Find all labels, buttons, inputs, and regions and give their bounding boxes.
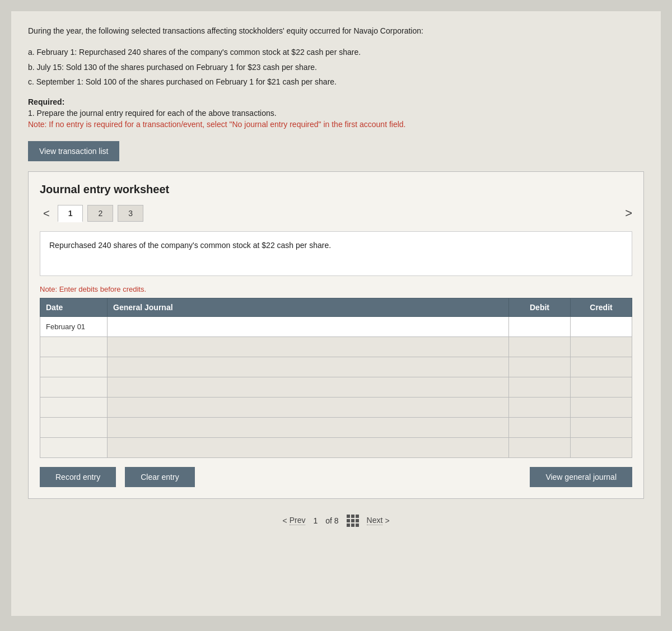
prev-label: Prev: [290, 516, 306, 525]
clear-entry-button[interactable]: Clear entry: [125, 467, 194, 487]
transactions-list: a. February 1: Repurchased 240 shares of…: [28, 46, 644, 88]
tab-2[interactable]: 2: [87, 205, 113, 222]
required-section: Required: 1. Prepare the journal entry r…: [28, 97, 644, 129]
action-row: Record entry Clear entry View general jo…: [40, 467, 632, 487]
worksheet-container: Journal entry worksheet < 1 2 3 > Repurc…: [28, 171, 644, 499]
debit-cell-6[interactable]: [509, 417, 571, 437]
table-row: [40, 397, 632, 417]
table-row: [40, 417, 632, 437]
date-cell-6: [40, 417, 108, 437]
journal-cell-6[interactable]: [108, 417, 509, 437]
date-cell-4: [40, 377, 108, 397]
chevron-right-icon: >: [385, 516, 389, 525]
journal-cell-5[interactable]: [108, 397, 509, 417]
intro-section: During the year, the following selected …: [28, 25, 644, 37]
tabs-row: < 1 2 3 >: [40, 205, 632, 222]
view-transaction-list-button[interactable]: View transaction list: [28, 141, 119, 161]
table-row: [40, 437, 632, 457]
debit-cell-4[interactable]: [509, 377, 571, 397]
credit-cell-5[interactable]: [571, 397, 632, 417]
col-debit: Debit: [509, 298, 571, 316]
journal-cell-3[interactable]: [108, 357, 509, 377]
debit-cell-7[interactable]: [509, 437, 571, 457]
col-date: Date: [40, 298, 108, 316]
table-row: [40, 336, 632, 357]
table-row: [40, 357, 632, 377]
col-credit: Credit: [571, 298, 632, 316]
view-general-journal-button[interactable]: View general journal: [530, 467, 632, 487]
next-label: Next: [367, 516, 383, 525]
journal-cell-1[interactable]: [108, 316, 509, 336]
tab-1[interactable]: 1: [58, 205, 83, 222]
credit-cell-7[interactable]: [571, 437, 632, 457]
debit-cell-3[interactable]: [509, 357, 571, 377]
transaction-b: b. July 15: Sold 130 of the shares purch…: [28, 61, 644, 73]
date-cell-1: February 01: [40, 316, 108, 336]
required-note: Note: If no entry is required for a tran…: [28, 120, 644, 129]
journal-table: Date General Journal Debit Credit Februa…: [40, 298, 632, 458]
date-cell-5: [40, 397, 108, 417]
date-cell-7: [40, 437, 108, 457]
transaction-a: a. February 1: Repurchased 240 shares of…: [28, 46, 644, 58]
intro-main-text: During the year, the following selected …: [28, 25, 644, 37]
debit-cell-5[interactable]: [509, 397, 571, 417]
tab-3[interactable]: 3: [118, 205, 143, 222]
journal-cell-7[interactable]: [108, 437, 509, 457]
journal-cell-4[interactable]: [108, 377, 509, 397]
page-of-text: of 8: [325, 516, 338, 525]
credit-cell-4[interactable]: [571, 377, 632, 397]
table-row: February 01: [40, 316, 632, 336]
credit-cell-6[interactable]: [571, 417, 632, 437]
worksheet-title: Journal entry worksheet: [40, 183, 632, 196]
table-row: [40, 377, 632, 397]
date-cell-2: [40, 336, 108, 357]
transaction-c: c. September 1: Sold 100 of the shares p…: [28, 76, 644, 88]
date-cell-3: [40, 357, 108, 377]
prev-button[interactable]: < Prev: [282, 516, 305, 525]
debit-cell-1[interactable]: [509, 316, 571, 336]
tab-prev-button[interactable]: <: [40, 206, 53, 221]
journal-cell-2[interactable]: [108, 336, 509, 357]
record-entry-button[interactable]: Record entry: [40, 467, 116, 487]
debit-cell-2[interactable]: [509, 336, 571, 357]
next-button[interactable]: Next >: [367, 516, 390, 525]
transaction-description: Repurchased 240 shares of the company's …: [40, 231, 632, 276]
grid-icon[interactable]: [347, 515, 359, 527]
required-item1: 1. Prepare the journal entry required fo…: [28, 109, 644, 118]
credit-cell-3[interactable]: [571, 357, 632, 377]
credit-cell-2[interactable]: [571, 336, 632, 357]
credit-cell-1[interactable]: [571, 316, 632, 336]
required-label: Required:: [28, 97, 644, 106]
col-general-journal: General Journal: [108, 298, 509, 316]
chevron-left-icon: <: [282, 516, 287, 525]
tab-next-button[interactable]: >: [625, 206, 632, 221]
page-current: 1: [313, 516, 318, 525]
pagination-row: < Prev 1 of 8 Next >: [28, 515, 644, 527]
note-debits: Note: Enter debits before credits.: [40, 285, 632, 293]
page-container: During the year, the following selected …: [11, 11, 661, 616]
